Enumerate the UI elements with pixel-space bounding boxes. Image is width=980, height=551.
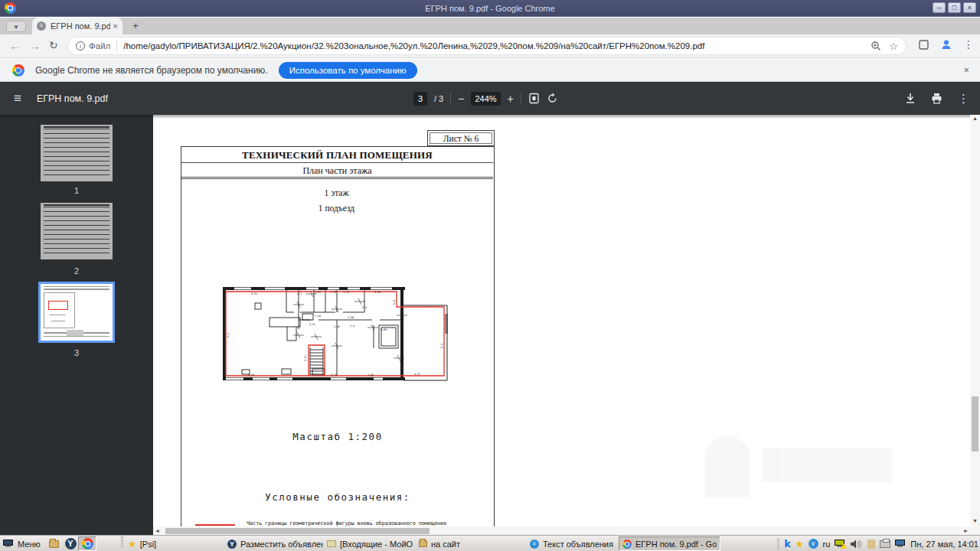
clipboard-icon[interactable] <box>867 540 875 549</box>
task-ad-text[interactable]: ≡ Текст объявления для ЦИ... <box>527 536 619 551</box>
legend-title: Условные обозначения: <box>181 491 495 503</box>
volume-icon[interactable] <box>850 539 863 549</box>
tray-star-icon[interactable]: ★ <box>795 539 804 549</box>
clock[interactable]: Пн, 27 мая, 14:01 <box>910 540 978 549</box>
fit-to-page-icon[interactable] <box>528 93 540 104</box>
task-folder-na-sait[interactable]: на сайт <box>416 536 465 551</box>
tab-close-icon[interactable]: × <box>113 21 118 31</box>
entrance-label: 1 подъезд <box>181 204 492 213</box>
yandex-browser-launcher[interactable]: Y <box>61 536 80 551</box>
vertical-scrollbar[interactable]: ▲ ▼ <box>970 115 980 527</box>
document-title: ТЕХНИЧЕСКИЙ ПЛАН ПОМЕЩЕНИЯ <box>181 147 493 163</box>
thumbnail-page-3-selected[interactable] <box>38 282 115 343</box>
zoom-level[interactable]: 244% <box>471 92 500 106</box>
svg-text:8,09: 8,09 <box>381 328 387 331</box>
page-info-icon[interactable]: i <box>76 41 85 51</box>
chrome-icon <box>622 540 632 549</box>
thumbnail-label-2: 2 <box>0 266 153 276</box>
screen: ЕГРН пом. 9.pdf - Google Chrome – □ × ▾ … <box>0 0 980 551</box>
task-place-ad[interactable]: Y Разместить объявление ... <box>224 536 326 551</box>
back-icon[interactable]: ← <box>9 39 21 52</box>
use-default-button[interactable]: Использовать по умолчанию <box>279 62 417 79</box>
page-number-input[interactable]: 3 <box>413 92 427 106</box>
chrome-logo-icon <box>12 64 24 77</box>
svg-text:5,8: 5,8 <box>362 306 367 309</box>
scroll-down-icon[interactable]: ▼ <box>970 518 980 523</box>
bookmark-star-icon[interactable]: ☆ <box>889 41 898 52</box>
svg-text:4,51: 4,51 <box>251 292 257 295</box>
pdf-menu-icon[interactable]: ≡ <box>14 91 21 106</box>
address-bar[interactable]: i Файл /home/gadylo/ПРИВАТИЗАЦИЯ/2.%20Ау… <box>67 37 906 55</box>
tray-k-icon[interactable]: k <box>784 538 791 549</box>
scale-label: Масштаб 1:200 <box>181 431 495 442</box>
printer-tray-icon[interactable] <box>880 540 890 548</box>
svg-text:5,2: 5,2 <box>440 344 443 348</box>
computer-icon[interactable] <box>895 540 906 548</box>
rotate-icon[interactable] <box>547 93 558 104</box>
svg-text:4,54: 4,54 <box>331 373 337 377</box>
svg-text:3,46: 3,46 <box>348 316 354 319</box>
svg-text:5,2: 5,2 <box>227 333 230 337</box>
open-in-app-icon[interactable] <box>918 39 929 51</box>
infobar-close-icon[interactable]: × <box>963 64 969 76</box>
tab-egrn-pdf[interactable]: ≡ ЕГРН пом. 9.pdf × <box>32 18 122 34</box>
new-tab-button[interactable]: + <box>129 20 142 32</box>
zoom-in-button[interactable]: + <box>508 93 514 105</box>
reload-icon[interactable]: ↻ <box>49 39 58 51</box>
pdf-page: Лист № 6 ТЕХНИЧЕСКИЙ ПЛАН ПОМЕЩЕНИЯ План… <box>153 115 970 527</box>
profile-avatar-icon[interactable] <box>940 38 952 51</box>
svg-text:2,4: 2,4 <box>350 324 354 328</box>
svg-text:1,76: 1,76 <box>343 291 349 294</box>
chrome-launcher[interactable] <box>78 536 96 551</box>
svg-text:4,57: 4,57 <box>414 373 420 376</box>
tray-separator <box>777 539 779 549</box>
thumbnail-sidebar: 1 2 3 <box>0 115 153 536</box>
scroll-up-icon[interactable]: ▲ <box>970 116 980 121</box>
yandex-icon: Y <box>65 538 77 549</box>
scroll-right-icon[interactable]: ► <box>963 528 969 533</box>
svg-text:4,3: 4,3 <box>297 292 302 295</box>
zoom-out-button[interactable]: − <box>458 93 464 105</box>
zoom-page-icon[interactable] <box>871 41 881 51</box>
task-psi[interactable]: ★ [Psi] <box>125 536 221 551</box>
menu-icon <box>3 540 14 548</box>
print-icon[interactable] <box>931 93 942 104</box>
thumbnail-page-2[interactable] <box>41 203 113 259</box>
floor-label: 1 этаж <box>181 188 492 197</box>
tray-messenger-icon[interactable]: v <box>808 539 818 549</box>
panel-separator <box>121 536 123 547</box>
svg-text:5,8: 5,8 <box>393 300 396 305</box>
minimize-button[interactable]: – <box>933 2 946 13</box>
browser-menu-icon[interactable]: ⋮ <box>963 38 974 51</box>
watermark <box>704 421 903 505</box>
pdf-toolbar: ≡ ЕГРН пом. 9.pdf 3 / 3 − 244% + <box>0 82 980 115</box>
close-button[interactable]: × <box>963 2 976 13</box>
task-inbox-myoffice[interactable]: [Входящие - МойОфис По... <box>324 536 416 551</box>
keyboard-layout-indicator[interactable]: ru <box>823 540 831 549</box>
horizontal-scroll-thumb[interactable] <box>165 528 430 534</box>
file-manager-launcher[interactable] <box>44 536 63 551</box>
forward-icon[interactable]: → <box>29 39 41 52</box>
svg-text:4,51: 4,51 <box>309 323 315 326</box>
tab-label: ЕГРН пом. 9.pdf <box>51 21 110 31</box>
vertical-scroll-thumb[interactable] <box>972 396 978 452</box>
pdf-more-icon[interactable]: ⋮ <box>958 92 969 106</box>
download-icon[interactable] <box>905 93 916 104</box>
task-egrn-chrome[interactable]: ЕГРН пом. 9.pdf - Google C... <box>619 536 720 551</box>
scheme-chip[interactable]: Файл <box>89 41 110 51</box>
thumbnail-page-1[interactable] <box>41 125 113 181</box>
tab-strip: ▾ ≡ ЕГРН пом. 9.pdf × + <box>0 18 980 34</box>
legend-red-line <box>195 524 235 526</box>
window-title: ЕГРН пом. 9.pdf - Google Chrome <box>0 4 980 13</box>
folder-icon <box>419 540 427 547</box>
applications-menu-button[interactable]: Меню <box>3 536 41 551</box>
display-settings-icon[interactable] <box>835 540 845 548</box>
url-text[interactable]: /home/gadylo/ПРИВАТИЗАЦИЯ/2.%20Аукцион/3… <box>123 41 864 51</box>
scroll-left-icon[interactable]: ◄ <box>155 528 160 533</box>
infobar-message: Google Chrome не является браузером по у… <box>35 65 268 76</box>
pdf-filename: ЕГРН пом. 9.pdf <box>37 93 108 104</box>
maximize-button[interactable]: □ <box>948 2 961 13</box>
tab-search-chevron-icon[interactable]: ▾ <box>6 21 26 32</box>
svg-text:2,48: 2,48 <box>334 325 340 328</box>
thumbnail-label-1: 1 <box>0 186 153 195</box>
